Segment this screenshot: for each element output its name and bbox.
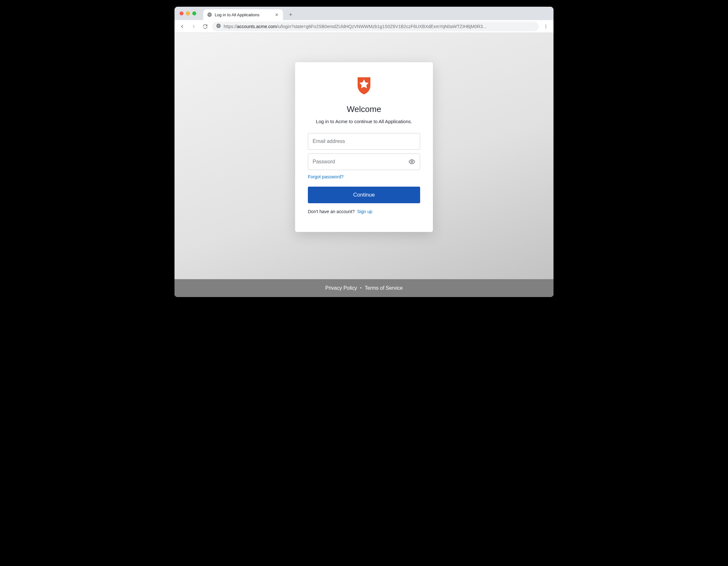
- show-password-button[interactable]: [408, 158, 415, 166]
- browser-window: Log in to All Applications ✕ + https://: [175, 7, 553, 297]
- new-tab-button[interactable]: +: [286, 10, 295, 19]
- window-zoom-button[interactable]: [192, 11, 196, 15]
- brand-logo: [308, 76, 420, 95]
- kebab-menu-button[interactable]: [541, 22, 550, 31]
- window-minimize-button[interactable]: [186, 11, 190, 15]
- terms-of-service-link[interactable]: Terms of Service: [365, 285, 403, 291]
- login-card: Welcome Log in to Acme to continue to Al…: [295, 62, 433, 232]
- page-footer: Privacy Policy • Terms of Service: [175, 279, 553, 297]
- footer-separator: •: [360, 286, 361, 290]
- subtitle-text: Log in to Acme to continue to All Applic…: [308, 119, 420, 124]
- tab-close-button[interactable]: ✕: [274, 12, 279, 17]
- signup-prompt-text: Don't have an account?: [308, 209, 355, 214]
- signup-link[interactable]: Sign up: [357, 209, 372, 214]
- browser-tab-title: Log in to All Applications: [215, 12, 271, 17]
- window-close-button[interactable]: [180, 11, 183, 15]
- password-field[interactable]: [313, 159, 408, 165]
- forgot-password-link[interactable]: Forgot password?: [308, 174, 344, 179]
- svg-point-3: [411, 161, 413, 163]
- address-bar-url: https://accounts.acme.com/u/login?state=…: [224, 24, 535, 29]
- password-field-wrapper: [308, 153, 420, 170]
- nav-forward-button[interactable]: [189, 22, 198, 31]
- page-viewport: Welcome Log in to Acme to continue to Al…: [175, 33, 553, 297]
- svg-point-0: [546, 25, 546, 25]
- nav-back-button[interactable]: [178, 22, 187, 31]
- eye-icon: [408, 158, 415, 165]
- nav-reload-button[interactable]: [201, 22, 210, 31]
- globe-icon: [216, 23, 221, 30]
- signup-row: Don't have an account? Sign up: [308, 209, 420, 214]
- svg-point-2: [546, 27, 546, 28]
- email-field-wrapper: [308, 133, 420, 150]
- browser-tab[interactable]: Log in to All Applications ✕: [203, 9, 283, 20]
- continue-button[interactable]: Continue: [308, 187, 420, 203]
- privacy-policy-link[interactable]: Privacy Policy: [325, 285, 357, 291]
- window-controls: [178, 7, 197, 20]
- browser-toolbar: https://accounts.acme.com/u/login?state=…: [175, 20, 553, 33]
- svg-point-1: [546, 26, 546, 26]
- email-field[interactable]: [313, 138, 415, 144]
- welcome-heading: Welcome: [308, 104, 420, 114]
- globe-icon: [207, 12, 212, 17]
- address-bar[interactable]: https://accounts.acme.com/u/login?state=…: [212, 22, 539, 31]
- browser-tabstrip: Log in to All Applications ✕ +: [175, 7, 553, 20]
